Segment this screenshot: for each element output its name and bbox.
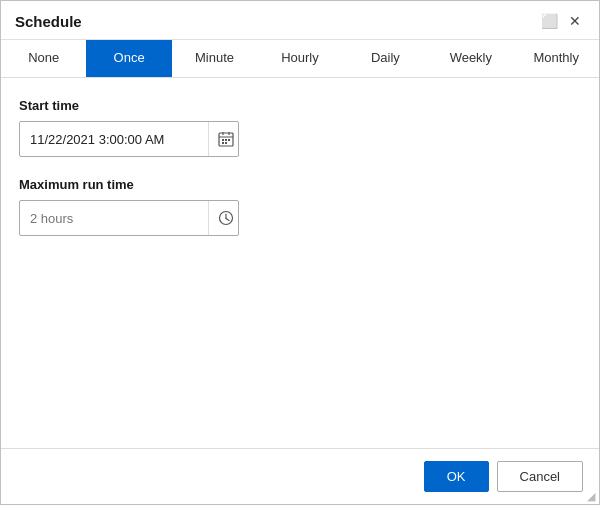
tab-once[interactable]: Once (86, 40, 171, 77)
tab-hourly[interactable]: Hourly (257, 40, 342, 77)
tab-weekly[interactable]: Weekly (428, 40, 513, 77)
tab-minute[interactable]: Minute (172, 40, 257, 77)
calendar-icon (218, 131, 234, 147)
svg-rect-8 (225, 142, 227, 144)
maximize-button[interactable]: ⬜ (539, 11, 559, 31)
svg-rect-7 (222, 142, 224, 144)
title-bar: Schedule ⬜ ✕ (1, 1, 599, 40)
max-run-time-input[interactable] (20, 204, 208, 233)
start-time-label: Start time (19, 98, 581, 113)
cancel-button[interactable]: Cancel (497, 461, 583, 492)
tab-daily[interactable]: Daily (343, 40, 428, 77)
start-time-input-row (19, 121, 239, 157)
max-run-time-input-row (19, 200, 239, 236)
close-button[interactable]: ✕ (565, 11, 585, 31)
svg-rect-4 (222, 139, 224, 141)
clock-icon (218, 210, 234, 226)
start-time-input[interactable] (20, 125, 208, 154)
max-run-time-group: Maximum run time (19, 177, 581, 236)
form-content: Start time (1, 78, 599, 448)
footer: OK Cancel (1, 448, 599, 504)
svg-rect-6 (228, 139, 230, 141)
title-bar-left: Schedule (15, 13, 82, 30)
dialog-title: Schedule (15, 13, 82, 30)
tab-bar: None Once Minute Hourly Daily Weekly Mon… (1, 40, 599, 78)
schedule-dialog: Schedule ⬜ ✕ None Once Minute Hourly Dai… (0, 0, 600, 505)
svg-rect-5 (225, 139, 227, 141)
start-time-group: Start time (19, 98, 581, 157)
tab-monthly[interactable]: Monthly (514, 40, 599, 77)
title-bar-controls: ⬜ ✕ (539, 11, 585, 31)
resize-handle[interactable]: ◢ (587, 491, 595, 502)
svg-line-11 (226, 219, 229, 221)
calendar-button[interactable] (208, 122, 239, 156)
ok-button[interactable]: OK (424, 461, 489, 492)
tab-none[interactable]: None (1, 40, 86, 77)
clock-button[interactable] (208, 201, 239, 235)
max-run-time-label: Maximum run time (19, 177, 581, 192)
